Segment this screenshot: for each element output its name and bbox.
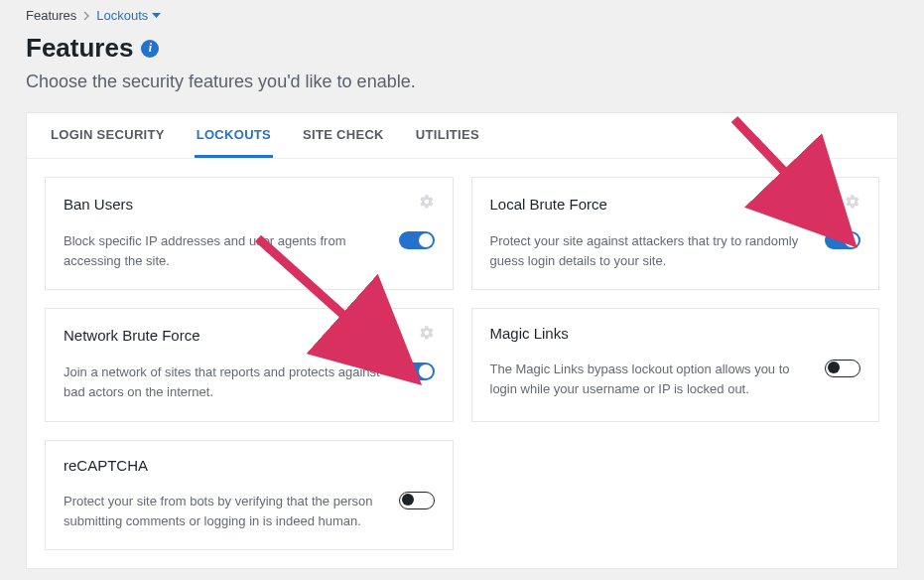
breadcrumb-current-label: Lockouts: [96, 8, 148, 23]
caret-down-icon: [152, 13, 161, 19]
info-icon[interactable]: i: [141, 40, 159, 58]
card-network-brute-force: Network Brute Force Join a network of si…: [45, 308, 454, 421]
toggle-network-brute-force[interactable]: [399, 362, 435, 380]
toggle-magic-links[interactable]: [825, 360, 860, 377]
tab-utilities[interactable]: UTILITIES: [414, 113, 481, 158]
page-subtitle: Choose the security features you'd like …: [26, 72, 898, 92]
card-magic-links: Magic Links The Magic Links bypass locko…: [471, 308, 880, 421]
breadcrumb-current[interactable]: Lockouts: [96, 8, 161, 23]
card-description: The Magic Links bypass lockout option al…: [490, 360, 808, 399]
card-title: reCAPTCHA: [64, 457, 148, 474]
card-title: Local Brute Force: [490, 196, 607, 213]
card-title: Magic Links: [490, 325, 569, 342]
tab-login-security[interactable]: LOGIN SECURITY: [49, 113, 167, 158]
card-description: Block specific IP addresses and user age…: [64, 231, 381, 271]
features-panel: LOGIN SECURITY LOCKOUTS SITE CHECK UTILI…: [26, 112, 898, 569]
gear-icon[interactable]: [419, 325, 435, 345]
card-recaptcha: reCAPTCHA Protect your site from bots by…: [45, 440, 454, 550]
card-description: Join a network of sites that reports and…: [64, 362, 381, 402]
breadcrumb: Features Lockouts: [26, 0, 898, 23]
card-ban-users: Ban Users Block specific IP addresses an…: [45, 177, 454, 290]
toggle-local-brute-force[interactable]: [825, 231, 860, 249]
card-local-brute-force: Local Brute Force Protect your site agai…: [471, 177, 880, 290]
card-description: Protect your site from bots by verifying…: [64, 492, 381, 531]
breadcrumb-root[interactable]: Features: [26, 8, 76, 23]
toggle-recaptcha[interactable]: [399, 492, 435, 509]
tab-site-check[interactable]: SITE CHECK: [301, 113, 386, 158]
card-title: Ban Users: [64, 196, 133, 213]
toggle-ban-users[interactable]: [399, 231, 435, 249]
card-title: Network Brute Force: [64, 327, 200, 344]
cards-grid: Ban Users Block specific IP addresses an…: [27, 159, 897, 568]
gear-icon[interactable]: [845, 194, 860, 214]
tab-lockouts[interactable]: LOCKOUTS: [195, 113, 273, 158]
gear-icon[interactable]: [419, 194, 435, 214]
tabs: LOGIN SECURITY LOCKOUTS SITE CHECK UTILI…: [27, 113, 897, 159]
page-title: Features i: [26, 33, 898, 64]
page-title-text: Features: [26, 33, 133, 64]
chevron-right-icon: [82, 12, 90, 20]
card-description: Protect your site against attackers that…: [490, 231, 808, 271]
